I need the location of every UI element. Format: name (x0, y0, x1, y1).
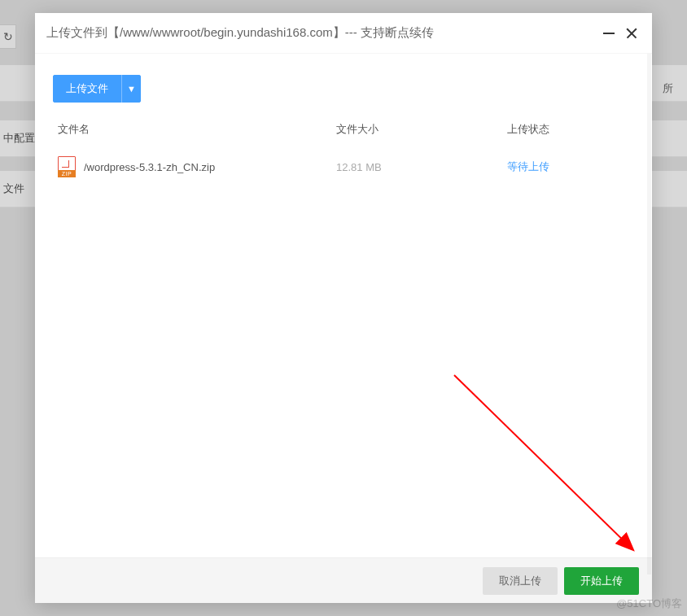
close-icon[interactable] (626, 28, 637, 39)
zip-file-icon: ZIP (58, 156, 76, 177)
cancel-upload-button[interactable]: 取消上传 (483, 567, 558, 595)
upload-file-button-group[interactable]: 上传文件 ▼ (53, 75, 141, 103)
upload-modal: 上传文件到【/www/wwwroot/begin.yundashi168.com… (35, 13, 652, 603)
start-upload-button[interactable]: 开始上传 (564, 567, 639, 595)
modal-body: 上传文件 ▼ 文件名 文件大小 上传状态 ZIP /wordpress-5.3.… (35, 54, 652, 557)
file-name: /wordpress-5.3.1-zh_CN.zip (84, 161, 336, 173)
upload-file-button[interactable]: 上传文件 (53, 75, 121, 103)
file-status-link[interactable]: 等待上传 (507, 160, 549, 173)
file-size: 12.81 MB (336, 161, 507, 173)
table-row: ZIP /wordpress-5.3.1-zh_CN.zip 12.81 MB … (53, 145, 634, 189)
col-header-size: 文件大小 (336, 122, 507, 137)
col-header-status: 上传状态 (507, 122, 629, 137)
table-header-row: 文件名 文件大小 上传状态 (53, 122, 634, 145)
modal-footer: 取消上传 开始上传 (35, 557, 652, 603)
svg-line-1 (454, 375, 632, 549)
minimize-icon[interactable] (603, 33, 615, 34)
chevron-down-icon: ▼ (127, 84, 136, 94)
modal-title: 上传文件到【/www/wwwroot/begin.yundashi168.com… (46, 25, 603, 41)
upload-dropdown-toggle[interactable]: ▼ (121, 75, 141, 103)
col-header-name: 文件名 (58, 122, 336, 137)
modal-header: 上传文件到【/www/wwwroot/begin.yundashi168.com… (35, 13, 652, 54)
file-status: 等待上传 (507, 159, 629, 174)
annotation-arrow (426, 360, 652, 557)
